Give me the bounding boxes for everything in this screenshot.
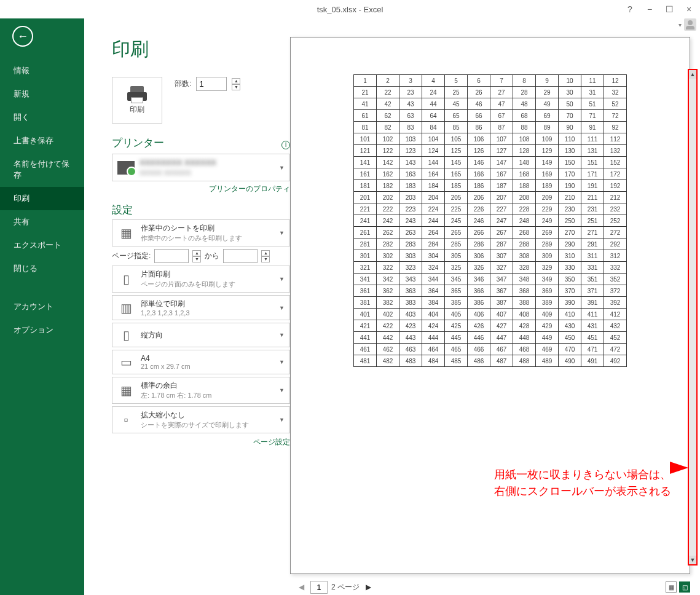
chevron-down-icon: ▼ xyxy=(279,305,285,311)
page-total-label: 2 ページ xyxy=(331,582,360,593)
nav-item-4[interactable]: 名前を付けて保存 xyxy=(0,152,84,187)
page-from-input[interactable] xyxy=(154,249,189,263)
setting-box-6[interactable]: ▫拡大縮小なしシートを実際のサイズで印刷します▼ xyxy=(112,406,290,433)
setting-icon: ▯ xyxy=(117,270,135,288)
setting-icon: ▭ xyxy=(117,353,135,371)
chevron-down-icon: ▼ xyxy=(279,165,285,171)
copies-up[interactable]: ▲ xyxy=(232,78,240,84)
copies-label: 部数: xyxy=(175,79,191,89)
setting-icon: ▦ xyxy=(117,382,135,399)
info-icon[interactable]: i xyxy=(281,141,290,149)
chevron-down-icon: ▼ xyxy=(279,230,285,236)
setting-box-4[interactable]: ▭A421 cm x 29.7 cm▼ xyxy=(112,350,290,374)
nav-item-2[interactable]: 開く xyxy=(0,106,84,129)
page-setup-link[interactable]: ページ設定 xyxy=(112,437,290,447)
chevron-down-icon: ▼ xyxy=(279,332,285,338)
setting-icon: ▥ xyxy=(117,299,135,317)
page-title: 印刷 xyxy=(112,37,290,62)
nav-item-7[interactable]: エクスポート xyxy=(0,234,84,257)
close-button[interactable]: × xyxy=(682,3,696,15)
scroll-down-button[interactable]: ▼ xyxy=(689,556,696,564)
scroll-track[interactable] xyxy=(689,79,696,556)
annotation-text: 用紙一枚に収まりきらない場合は、 右側にスクロールバーが表示される xyxy=(494,467,671,500)
nav-item-0[interactable]: 情報 xyxy=(0,59,84,82)
nav-item-10[interactable]: オプション xyxy=(0,318,84,342)
prev-page-button[interactable]: ◀ xyxy=(296,583,307,591)
chevron-down-icon: ▼ xyxy=(279,276,285,282)
copies-input[interactable] xyxy=(196,77,227,91)
help-button[interactable]: ? xyxy=(623,3,637,15)
show-margins-button[interactable]: ▦ xyxy=(666,581,677,593)
chevron-down-icon: ▼ xyxy=(279,359,285,365)
page-range-label: ページ指定: xyxy=(112,251,151,261)
nav-item-5[interactable]: 印刷 xyxy=(0,187,84,210)
print-button-label: 印刷 xyxy=(130,104,144,115)
printer-section-header: プリンター xyxy=(112,136,164,150)
setting-box-5[interactable]: ▦標準の余白左: 1.78 cm 右: 1.78 cm▼ xyxy=(112,377,290,404)
nav-item-3[interactable]: 上書き保存 xyxy=(0,129,84,152)
nav-item-1[interactable]: 新規 xyxy=(0,82,84,106)
setting-box-0[interactable]: ▦作業中のシートを印刷作業中のシートのみを印刷します▼ xyxy=(112,219,290,246)
preview-scrollbar[interactable]: ▲ ▼ xyxy=(688,69,698,565)
page-navigation: ◀ 2 ページ ▶ ▦ ◱ xyxy=(290,579,695,595)
setting-icon: ▫ xyxy=(117,411,135,428)
printer-status-icon xyxy=(117,161,135,175)
printer-properties-link[interactable]: プリンターのプロパティ xyxy=(112,184,290,194)
next-page-button[interactable]: ▶ xyxy=(363,583,374,591)
page-input[interactable] xyxy=(310,581,328,594)
titlebar: tsk_05.xlsx - Excel ? − ☐ × xyxy=(0,0,700,18)
setting-icon: ▦ xyxy=(117,224,135,242)
preview-table: 1234567891011122122232425262728293031324… xyxy=(353,74,627,367)
minimize-button[interactable]: − xyxy=(642,3,657,15)
chevron-down-icon: ▼ xyxy=(279,387,285,393)
printer-icon xyxy=(127,86,147,101)
print-preview: 1234567891011122122232425262728293031324… xyxy=(290,37,690,574)
print-button[interactable]: 印刷 xyxy=(112,77,162,124)
back-button[interactable]: ← xyxy=(12,26,33,47)
chevron-down-icon: ▼ xyxy=(279,417,285,423)
setting-box-3[interactable]: ▯縦方向▼ xyxy=(112,323,290,347)
ribbon-toggle-icon[interactable]: ▾ xyxy=(678,22,682,28)
printer-name: XXXXXXXX XXXXXX xyxy=(140,158,274,168)
settings-header: 設定 xyxy=(112,203,290,217)
scroll-up-button[interactable]: ▲ xyxy=(689,70,696,79)
nav-item-9[interactable]: アカウント xyxy=(0,295,84,318)
nav-item-8[interactable]: 閉じる xyxy=(0,257,84,280)
setting-icon: ▯ xyxy=(117,326,135,344)
page-to-input[interactable] xyxy=(223,249,258,263)
setting-box-1[interactable]: ▯片面印刷ページの片面のみを印刷します▼ xyxy=(112,266,290,293)
maximize-button[interactable]: ☐ xyxy=(662,3,677,15)
printer-status: XXXXX XXXXXX xyxy=(140,168,274,177)
window-title: tsk_05.xlsx - Excel xyxy=(317,5,383,14)
printer-selector[interactable]: XXXXXXXX XXXXXX XXXXX XXXXXX ▼ xyxy=(112,154,290,181)
setting-box-2[interactable]: ▥部単位で印刷1,2,3 1,2,3 1,2,3▼ xyxy=(112,295,290,320)
annotation-arrow-icon xyxy=(670,462,688,474)
copies-down[interactable]: ▼ xyxy=(232,84,240,90)
zoom-to-page-button[interactable]: ◱ xyxy=(679,581,690,593)
nav-item-6[interactable]: 共有 xyxy=(0,210,84,234)
user-avatar[interactable] xyxy=(684,18,696,31)
backstage-sidebar: ← 情報新規開く上書き保存名前を付けて保存印刷共有エクスポート閉じるアカウントオ… xyxy=(0,18,84,595)
